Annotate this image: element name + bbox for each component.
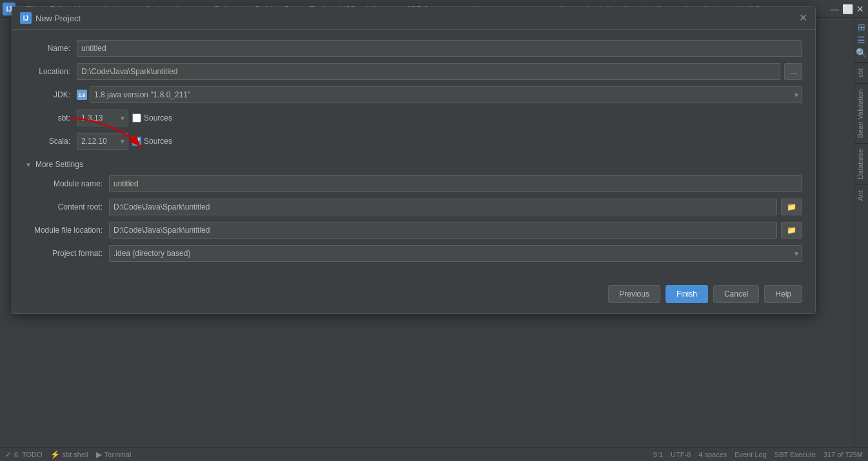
dialog-title: New Project — [35, 14, 81, 23]
module-file-location-label: Module file location: — [25, 226, 109, 235]
project-format-dropdown[interactable]: .idea (directory based) — [109, 245, 802, 262]
module-file-location-input[interactable] — [109, 222, 777, 239]
cancel-button[interactable]: Cancel — [713, 285, 759, 303]
sbt-sources-checkbox-label[interactable]: Sources — [132, 113, 172, 123]
bean-validation-panel[interactable]: Bean Validation — [854, 83, 868, 143]
encoding[interactable]: UTF-8 — [671, 451, 691, 458]
content-root-row: Content root: 📁 — [25, 199, 802, 215]
sbt-icon: ⚡ — [50, 450, 60, 459]
dialog-title-bar: IJ New Project ✕ — [12, 7, 815, 30]
todo-icon: ✓ — [5, 450, 12, 459]
module-name-input[interactable] — [109, 175, 802, 192]
layout-icon[interactable]: ⊞ — [858, 22, 865, 32]
window-controls: — ⬜ ✕ — [829, 4, 865, 14]
sbt-field: 1.3.13 ▼ Sources — [77, 110, 802, 126]
terminal-icon: ▶ — [96, 450, 102, 459]
search-icon[interactable]: 🔍 — [856, 48, 867, 58]
todo-status[interactable]: ✓ 6: TODO — [5, 450, 43, 459]
browse-button[interactable]: ... — [784, 63, 802, 80]
jdk-row: JDK: 1.8 1.8 java version "1.8.0_211" ▼ — [25, 86, 802, 103]
module-name-field — [109, 175, 802, 192]
content-root-input[interactable] — [109, 199, 777, 215]
jdk-version-icon: 1.8 — [77, 90, 87, 100]
scala-field: 2.12.10 ▼ Sources — [77, 133, 802, 150]
location-label: Location: — [25, 67, 77, 76]
content-root-label: Content root: — [25, 202, 109, 211]
name-label: Name: — [25, 44, 77, 53]
more-settings-label: More Settings — [35, 160, 83, 169]
scala-sources-checkbox[interactable] — [132, 137, 141, 146]
sbt-sources-checkbox[interactable] — [132, 113, 141, 123]
finish-button[interactable]: Finish — [666, 285, 708, 303]
sbt-shell-status[interactable]: ⚡ sbt shell — [50, 450, 88, 459]
event-log[interactable]: Event Log — [735, 451, 767, 458]
close-button[interactable]: ✕ — [855, 4, 865, 14]
project-format-row: Project format: .idea (directory based) … — [25, 245, 802, 262]
ant-panel[interactable]: Ant — [854, 184, 868, 206]
status-bar: ✓ 6: TODO ⚡ sbt shell ▶ Terminal 9:1 UTF… — [0, 447, 868, 461]
dialog-close-button[interactable]: ✕ — [799, 13, 807, 23]
database-panel[interactable]: Database — [854, 143, 868, 184]
more-settings-header[interactable]: ▼ More Settings — [25, 160, 802, 169]
maximize-button[interactable]: ⬜ — [842, 4, 853, 14]
content-root-field: 📁 — [109, 199, 802, 215]
module-name-label: Module name: — [25, 179, 109, 188]
new-project-dialog: IJ New Project ✕ Name: Location: ... JDK… — [12, 6, 816, 314]
location-field: ... — [77, 63, 802, 80]
dialog-footer: Previous Finish Cancel Help — [12, 279, 815, 313]
dialog-logo: IJ — [20, 12, 32, 24]
location-row: Location: ... — [25, 63, 802, 80]
sbt-shell-label: sbt shell — [63, 451, 88, 458]
status-right: 9:1 UTF-8 4 spaces Event Log SBT Execute… — [653, 451, 863, 458]
todo-label: 6: TODO — [14, 451, 43, 458]
dialog-body: Name: Location: ... JDK: 1.8 1.8 java ve… — [12, 30, 815, 279]
sbt-version-dropdown[interactable]: 1.3.13 — [77, 110, 128, 126]
minimize-button[interactable]: — — [829, 4, 840, 14]
scala-sources-label: Sources — [144, 137, 172, 146]
terminal-label: Terminal — [104, 451, 132, 458]
columns-icon[interactable]: ☰ — [857, 35, 865, 45]
jdk-field: 1.8 1.8 java version "1.8.0_211" ▼ — [77, 86, 802, 103]
expand-icon: ▼ — [25, 161, 32, 168]
terminal-status[interactable]: ▶ Terminal — [96, 450, 132, 459]
right-sidebar: ⊞ ☰ 🔍 sbt Bean Validation Database Ant — [854, 18, 868, 447]
name-field — [77, 40, 802, 57]
name-row: Name: — [25, 40, 802, 57]
module-file-location-row: Module file location: 📁 — [25, 222, 802, 239]
scala-version-dropdown[interactable]: 2.12.10 — [77, 133, 128, 150]
cursor-position[interactable]: 9:1 — [653, 451, 663, 458]
module-name-row: Module name: — [25, 175, 802, 192]
location-input[interactable] — [77, 63, 780, 80]
jdk-label: JDK: — [25, 90, 77, 99]
previous-button[interactable]: Previous — [608, 285, 660, 303]
project-format-label: Project format: — [25, 249, 109, 258]
sbt-sources-label: Sources — [144, 113, 172, 123]
sbt-execute[interactable]: SBT Execute — [774, 451, 816, 458]
sbt-row: sbt: 1.3.13 ▼ Sources — [25, 110, 802, 126]
name-input[interactable] — [77, 40, 802, 57]
help-button[interactable]: Help — [764, 285, 802, 303]
memory-indicator[interactable]: 317 of 725M — [824, 451, 863, 458]
jdk-dropdown[interactable]: 1.8 java version "1.8.0_211" — [90, 86, 802, 103]
project-format-field: .idea (directory based) ▼ — [109, 245, 802, 262]
scala-row: Scala: 2.12.10 ▼ Sources — [25, 133, 802, 150]
scala-sources-checkbox-label[interactable]: Sources — [132, 137, 172, 146]
sbt-label: sbt: — [25, 113, 77, 123]
scala-label: Scala: — [25, 137, 77, 146]
sbt-panel[interactable]: sbt — [854, 63, 868, 83]
indent-settings[interactable]: 4 spaces — [698, 451, 727, 458]
dialog-title-left: IJ New Project — [20, 12, 81, 24]
module-file-location-browse-button[interactable]: 📁 — [781, 222, 802, 239]
content-root-browse-button[interactable]: 📁 — [781, 199, 802, 215]
module-file-location-field: 📁 — [109, 222, 802, 239]
